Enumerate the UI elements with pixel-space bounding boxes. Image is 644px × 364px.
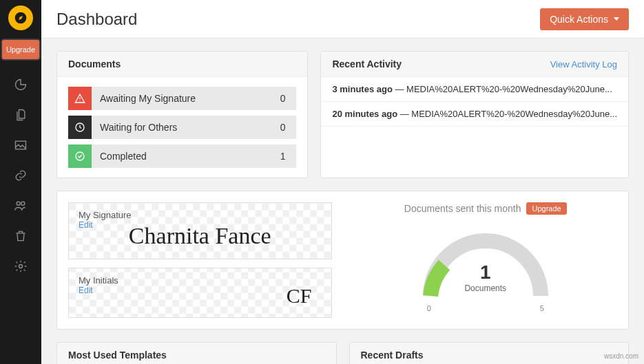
page-title: Dashboard (56, 10, 137, 29)
my-initials-box: My Initials Edit CF (68, 268, 332, 318)
drafts-card: Recent Drafts (349, 342, 630, 364)
status-completed[interactable]: Completed 1 (68, 144, 296, 168)
gauge-value: 1 (417, 261, 554, 283)
people-icon (14, 199, 28, 213)
signature-usage-card: My Signature Edit Charnita Fance My Init… (56, 191, 629, 330)
nav-team[interactable] (13, 198, 28, 213)
activity-desc: MEDIA%20ALERT%20-%20Wednesday%20June... (406, 84, 612, 94)
activity-time: 3 minutes ago (332, 84, 392, 94)
nav-gallery[interactable] (13, 138, 28, 153)
gauge-upgrade-button[interactable]: Upgrade (526, 202, 566, 215)
drafts-title: Recent Drafts (361, 350, 424, 361)
gauge-max: 5 (540, 304, 544, 312)
image-icon (14, 138, 28, 152)
quick-actions-button[interactable]: Quick Actions (540, 8, 629, 30)
initials-preview: CF (79, 284, 322, 308)
documents-title: Documents (68, 58, 121, 69)
docs-icon (14, 108, 28, 122)
quick-actions-label: Quick Actions (550, 14, 608, 25)
trash-icon (14, 229, 28, 243)
templates-card: Most Used Templates (56, 342, 337, 364)
nav-link[interactable] (13, 168, 28, 183)
svg-point-3 (76, 152, 84, 160)
upgrade-button[interactable]: Upgrade (2, 40, 39, 59)
watermark: wsxdn.com (604, 352, 638, 360)
chevron-down-icon (614, 17, 619, 21)
clock-icon (68, 116, 92, 139)
documents-card: Documents Awaiting My Signature 0 Waitin… (56, 51, 308, 178)
link-icon (14, 169, 28, 182)
status-label: Awaiting My Signature (92, 93, 269, 104)
status-awaiting[interactable]: Awaiting My Signature 0 (68, 87, 296, 110)
status-count: 0 (269, 93, 297, 104)
app-logo[interactable] (8, 6, 33, 30)
gear-icon (14, 259, 28, 273)
signature-preview: Charnita Fance (79, 223, 322, 249)
nav-dashboard[interactable] (13, 77, 28, 92)
my-signature-box: My Signature Edit Charnita Fance (68, 202, 332, 259)
activity-item[interactable]: 20 minutes ago — MEDIA%20ALERT%20-%20Wed… (321, 102, 628, 127)
svg-rect-0 (16, 141, 26, 149)
activity-card: Recent Activity View Activity Log 3 minu… (320, 51, 629, 178)
check-icon (68, 144, 92, 168)
gauge-caption: Documents sent this month (404, 203, 521, 214)
gauge-unit: Documents (417, 283, 554, 293)
topbar: Dashboard Quick Actions (41, 0, 644, 39)
activity-title: Recent Activity (332, 58, 402, 69)
nav-trash[interactable] (13, 228, 28, 244)
activity-time: 20 minutes ago (332, 109, 397, 119)
usage-gauge: 1 Documents (417, 227, 554, 303)
view-activity-link[interactable]: View Activity Log (550, 59, 617, 69)
pie-icon (14, 78, 28, 92)
activity-item[interactable]: 3 minutes ago — MEDIA%20ALERT%20-%20Wedn… (321, 77, 628, 102)
status-count: 0 (269, 122, 297, 133)
templates-title: Most Used Templates (68, 350, 167, 361)
nav-settings[interactable] (13, 259, 28, 274)
status-label: Completed (92, 151, 269, 162)
svg-point-1 (19, 265, 23, 268)
activity-desc: MEDIA%20ALERT%20-%20Wednesday%20June... (411, 109, 617, 119)
alert-icon (68, 87, 92, 110)
compass-icon (14, 11, 28, 25)
signature-label: My Signature (79, 210, 322, 220)
status-label: Waiting for Others (92, 122, 269, 133)
nav-documents[interactable] (13, 107, 28, 122)
status-count: 1 (269, 151, 297, 162)
gauge-min: 0 (427, 304, 431, 312)
sidebar: Upgrade (0, 0, 41, 364)
status-waiting[interactable]: Waiting for Others 0 (68, 116, 296, 139)
